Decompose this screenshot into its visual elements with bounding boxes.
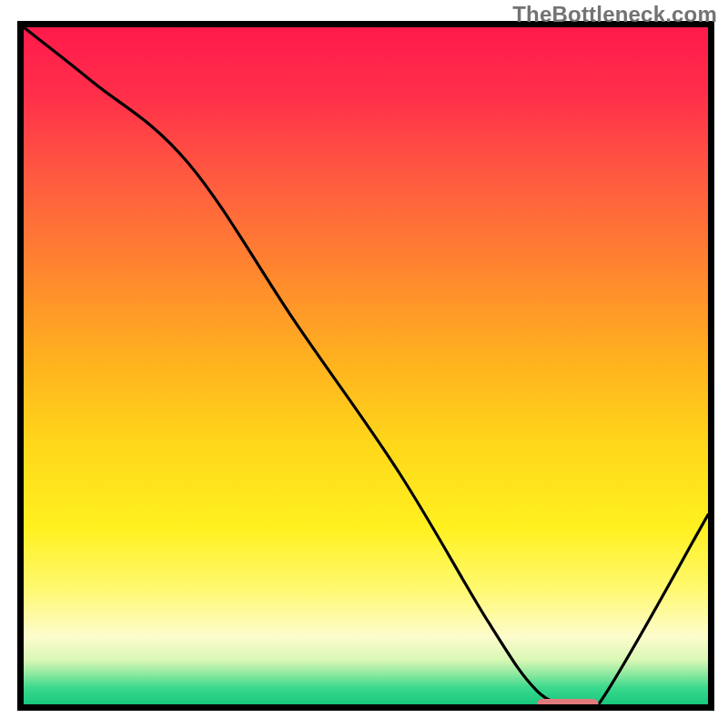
chart-stage: TheBottleneck.com	[0, 0, 728, 728]
bottleneck-chart	[0, 0, 728, 728]
watermark-text: TheBottleneck.com	[512, 2, 717, 27]
gradient-background	[24, 27, 708, 704]
